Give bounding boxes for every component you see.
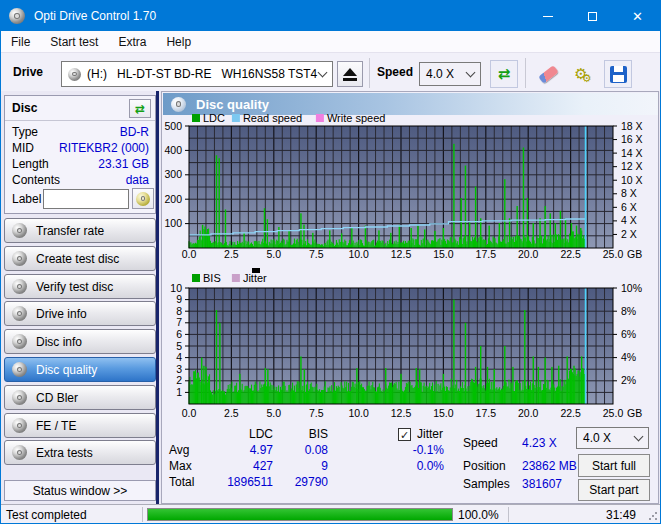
sidebar-item-extra-tests[interactable]: Extra tests: [4, 440, 156, 465]
menu-extra[interactable]: Extra: [108, 31, 156, 53]
svg-text:3: 3: [176, 363, 182, 375]
svg-text:2%: 2%: [621, 374, 636, 386]
svg-text:12.5: 12.5: [391, 407, 412, 419]
eraser-icon: [538, 65, 559, 84]
elapsed-time: 31:49: [576, 508, 636, 522]
window-controls: ✕: [525, 1, 660, 31]
max-ldc: 427: [191, 459, 273, 473]
row-label-max: Max: [169, 459, 192, 473]
minimize-icon: [543, 16, 553, 17]
jitter-checkbox[interactable]: ✓: [398, 428, 411, 441]
sidebar-item-drive-info[interactable]: Drive info: [4, 301, 156, 326]
drive-select-value: (H:) HL-DT-ST BD-RE WH16NS58 TST4: [87, 67, 317, 81]
test-speed-select[interactable]: 4.0 X: [576, 427, 649, 449]
svg-text:5.0: 5.0: [266, 248, 281, 260]
svg-text:200: 200: [164, 193, 182, 205]
max-bis: 9: [267, 459, 328, 473]
menu-start-test[interactable]: Start test: [40, 31, 108, 53]
svg-text:16 X: 16 X: [621, 133, 643, 145]
disc-icon: [136, 192, 150, 206]
disc-panel-title: Disc: [12, 101, 37, 115]
svg-text:25.0: 25.0: [603, 248, 624, 260]
drive-select[interactable]: (H:) HL-DT-ST BD-RE WH16NS58 TST4: [61, 61, 333, 87]
svg-text:2 X: 2 X: [621, 228, 637, 240]
samples-stat-value: 381607: [522, 477, 562, 491]
sidebar-item-fe-te[interactable]: FE / TE: [4, 413, 156, 438]
svg-text:2.5: 2.5: [224, 248, 239, 260]
settings-button[interactable]: ⚙⚙: [569, 60, 597, 88]
speed-select-value: 4.0 X: [426, 67, 454, 81]
sidebar-item-transfer-rate[interactable]: Transfer rate: [4, 218, 156, 243]
minimize-button[interactable]: [525, 1, 570, 31]
svg-text:4 X: 4 X: [621, 214, 637, 226]
svg-text:5.0: 5.0: [266, 407, 281, 419]
svg-text:LDC: LDC: [203, 112, 225, 124]
sidebar-item-cd-bler[interactable]: CD Bler: [4, 385, 156, 410]
sidebar-item-verify-test-disc[interactable]: Verify test disc: [4, 274, 156, 299]
svg-text:22.5: 22.5: [560, 248, 581, 260]
save-button[interactable]: [604, 60, 632, 88]
start-part-button[interactable]: Start part: [578, 479, 650, 501]
sidebar-item-create-test-disc[interactable]: Create test disc: [4, 246, 156, 271]
legend: BISJitter: [192, 268, 267, 284]
status-text: Test completed: [6, 508, 87, 522]
svg-text:20.0: 20.0: [518, 248, 539, 260]
svg-text:10: 10: [170, 282, 182, 294]
disc-refresh-button[interactable]: ⇄: [129, 99, 151, 118]
menu-file[interactable]: File: [1, 31, 40, 53]
disc-icon: [12, 418, 27, 433]
app-icon: [9, 8, 25, 24]
svg-text:Write speed: Write speed: [327, 112, 386, 124]
eject-icon: [343, 68, 357, 81]
svg-text:7.5: 7.5: [309, 248, 324, 260]
row-label-avg: Avg: [169, 443, 189, 457]
eject-button[interactable]: [337, 61, 363, 87]
resize-grip[interactable]: [648, 511, 658, 521]
disc-panel: Disc ⇄ TypeBD-R MIDRITEKBR2 (000) Length…: [4, 95, 156, 214]
svg-text:10 X: 10 X: [621, 174, 643, 186]
status-window-button[interactable]: Status window >>: [4, 480, 156, 501]
position-stat-label: Position: [463, 459, 506, 473]
avg-jitter: -0.1%: [381, 443, 444, 457]
svg-text:8 X: 8 X: [621, 187, 637, 199]
svg-text:12.5: 12.5: [391, 248, 412, 260]
svg-text:0.0: 0.0: [182, 407, 197, 419]
panel-title: Disc quality: [196, 97, 269, 112]
drive-label: Drive: [13, 65, 43, 79]
svg-text:1: 1: [176, 386, 182, 398]
svg-text:300: 300: [164, 168, 182, 180]
position-stat-value: 23862 MB: [522, 459, 577, 473]
label-input[interactable]: [43, 189, 129, 209]
maximize-button[interactable]: [570, 1, 615, 31]
speed-select[interactable]: 4.0 X: [419, 62, 481, 86]
svg-text:10%: 10%: [621, 282, 642, 294]
menu-help[interactable]: Help: [156, 31, 201, 53]
start-full-button[interactable]: Start full: [578, 454, 650, 477]
svg-text:4: 4: [176, 351, 182, 363]
erase-disc-button[interactable]: [534, 60, 562, 88]
disc-icon: [12, 279, 27, 294]
close-button[interactable]: ✕: [615, 1, 660, 31]
disc-icon: [12, 223, 27, 238]
progress-percent: 100.0%: [458, 508, 499, 522]
svg-text:500: 500: [164, 120, 182, 132]
disc-length-row: Length23.31 GB: [12, 157, 149, 171]
max-jitter: 0.0%: [381, 459, 444, 473]
disc-icon: [12, 362, 27, 377]
samples-stat-label: Samples: [463, 477, 510, 491]
sidebar-item-disc-quality[interactable]: Disc quality: [4, 357, 156, 382]
divider: [5, 120, 155, 121]
chevron-down-icon: [466, 68, 476, 78]
speed-label: Speed: [377, 65, 413, 79]
svg-text:Read speed: Read speed: [243, 112, 302, 124]
disc-icon: [12, 390, 27, 405]
disc-icon: [12, 334, 27, 349]
refresh-button[interactable]: ⇄: [490, 60, 518, 88]
maximize-icon: [588, 12, 597, 21]
status-separator: [508, 507, 509, 522]
disc-type-row: TypeBD-R: [12, 125, 149, 139]
svg-text:10.0: 10.0: [348, 407, 369, 419]
sidebar-item-disc-info[interactable]: Disc info: [4, 329, 156, 354]
write-label-button[interactable]: [132, 188, 154, 209]
svg-text:GB: GB: [627, 407, 642, 419]
